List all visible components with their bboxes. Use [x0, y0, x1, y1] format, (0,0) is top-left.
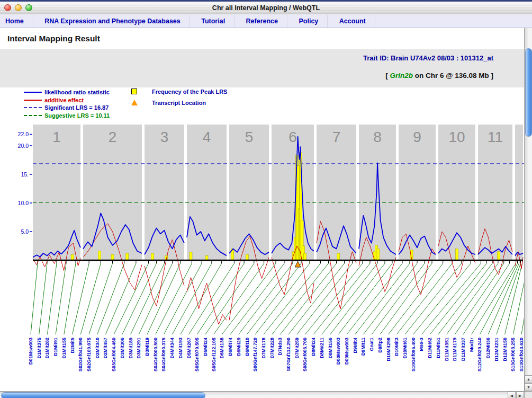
marker-label[interactable]: D7Nds3 — [277, 338, 283, 356]
marker-connector-line — [497, 263, 521, 334]
marker-label[interactable]: D1Mit155 — [61, 338, 67, 359]
peak-frequency-bar — [205, 255, 208, 260]
close-button[interactable] — [4, 4, 11, 11]
marker-label[interactable]: D10Mit298 — [386, 338, 391, 361]
marker-connector-line — [389, 263, 443, 334]
peak-frequency-bar — [498, 252, 500, 260]
scroll-up-icon[interactable]: ▲ — [525, 375, 532, 383]
marker-label[interactable]: S05Gnf079.505 — [194, 338, 200, 372]
marker-label[interactable]: D10Mit61 — [402, 338, 408, 359]
page-title: Interval Mapping Result — [7, 34, 100, 43]
marker-label[interactable]: D6Mit74 — [228, 338, 233, 356]
nav-home[interactable]: Home — [0, 15, 33, 28]
marker-label[interactable]: S08Gnf006.700 — [302, 338, 308, 372]
lrs-line-swatch — [24, 92, 42, 93]
marker-label[interactable]: D6Mit10 — [245, 338, 250, 356]
marker-label[interactable]: D7Mit228 — [269, 338, 275, 359]
marker-label[interactable]: D8Mit24 — [311, 338, 316, 356]
marker-connector-line — [164, 263, 202, 334]
marker-label[interactable]: D1Mit375 — [37, 338, 42, 359]
marker-label[interactable]: D6Mit29 — [236, 338, 241, 356]
marker-label[interactable]: D12Mit231 — [494, 338, 499, 361]
nav-tutorial[interactable]: Tutorial — [192, 15, 235, 28]
marker-label[interactable]: D2Mit457 — [103, 338, 108, 359]
nav-reference[interactable]: Reference — [237, 15, 287, 28]
zoom-button[interactable] — [25, 4, 32, 11]
marker-label[interactable]: S10Gnf095.400 — [411, 338, 416, 372]
marker-label[interactable]: D10Mit3 — [394, 338, 399, 356]
marker-label[interactable]: D2Mit340 — [95, 338, 100, 359]
vertical-scrollbar[interactable]: ▲ ▼ — [524, 28, 532, 391]
marker-label[interactable]: S04Gnf000.500 — [153, 338, 158, 372]
marker-label[interactable]: D9Mit11 — [360, 338, 366, 356]
marker-label[interactable]: D08Msw003 — [336, 338, 341, 365]
marker-label[interactable]: D9Rp2 — [377, 338, 383, 353]
marker-label[interactable]: D3Mit291 — [136, 338, 141, 359]
marker-label[interactable]: D2Mit5 — [70, 338, 75, 353]
marker-label[interactable]: D7Mit178 — [261, 338, 266, 359]
scrollbar-corner — [524, 391, 532, 398]
chromosome-band[interactable] — [515, 125, 523, 260]
marker-label[interactable]: S07Gnf112.290 — [286, 338, 291, 372]
marker-label[interactable]: S03Gnf004.460 — [111, 338, 116, 372]
marker-label[interactable]: D12Mit36 — [485, 338, 491, 359]
marker-label[interactable]: Mod1r — [469, 338, 474, 352]
marker-label[interactable]: D4Mit344 — [169, 338, 175, 359]
vertical-scroll-thumb[interactable] — [525, 48, 532, 137]
marker-label[interactable]: D7Mit259 — [294, 338, 300, 359]
title-bar[interactable]: Chr all Interval Mapping / WebQTL — [0, 2, 532, 14]
marker-label[interactable]: S13Gnf003.255 — [510, 338, 516, 372]
marker-label[interactable]: D12Mit150 — [502, 338, 508, 361]
marker-label[interactable]: S02Gnf100.075 — [86, 338, 92, 372]
scroll-right-icon[interactable]: ▶ — [516, 392, 524, 398]
marker-label[interactable]: D11Mit337 — [461, 338, 466, 361]
marker-label[interactable]: D01Msw003 — [28, 338, 33, 365]
marker-label[interactable]: D3Mit189 — [128, 338, 133, 359]
minimize-button[interactable] — [15, 4, 22, 11]
marker-label[interactable]: D5Mit24 — [203, 338, 208, 356]
nav-databases[interactable]: RNA Expression and Phenotype Databases — [35, 15, 190, 28]
marker-label[interactable]: S13Gnf043.620 — [519, 338, 524, 372]
marker-label[interactable]: S04Gnf090.375 — [161, 338, 166, 372]
marker-label[interactable]: S06Gnf147.720 — [253, 338, 258, 372]
gene-symbol[interactable]: Grin2b — [390, 72, 413, 79]
y-axis-label: 15. — [21, 171, 29, 178]
marker-label[interactable]: D1Mit282 — [44, 338, 50, 359]
scroll-left-icon[interactable]: ◀ — [508, 392, 516, 398]
marker-connector-line — [272, 263, 329, 334]
marker-label[interactable]: D11Mit51 — [436, 338, 441, 358]
marker-label[interactable]: D11Mit62 — [427, 338, 432, 358]
interval-mapping-plot[interactable]: 123456789101122.020.015.10.05.0D01Msw003… — [0, 86, 524, 391]
marker-label[interactable]: D8Mit156 — [328, 338, 333, 359]
horizontal-scroll-thumb[interactable] — [1, 392, 205, 398]
marker-label[interactable]: D9Mit4 — [353, 338, 358, 353]
marker-label[interactable]: D3Mit306 — [120, 338, 125, 359]
marker-label[interactable]: D3Mit19 — [145, 338, 150, 356]
peak-frequency-bar — [126, 253, 129, 260]
marker-label[interactable]: S05Gnf122.105 — [211, 338, 217, 372]
marker-label[interactable]: D4Mit193 — [178, 338, 183, 359]
marker-label[interactable]: D11Mit179 — [452, 338, 457, 361]
marker-connector-line — [322, 263, 377, 334]
marker-label[interactable]: D6Mit138 — [219, 338, 224, 359]
marker-label[interactable]: D11Mit351 — [444, 338, 449, 361]
marker-label[interactable]: D09Msw003 — [344, 338, 349, 365]
marker-label[interactable]: D8Mit211 — [319, 338, 324, 358]
locus-line: [ Grin2b on Chr 6 @ 136.08 Mb ] — [385, 72, 493, 79]
marker-connector-line — [463, 263, 510, 334]
horizontal-scrollbar[interactable]: ◀ ▶ — [0, 391, 524, 398]
marker-label[interactable]: D1Mit91 — [53, 338, 58, 356]
nav-policy[interactable]: Policy — [290, 15, 328, 28]
marker-label[interactable]: S12Gnf029.240 — [477, 338, 482, 372]
marker-label[interactable]: S02Gnf041.990 — [78, 338, 83, 372]
scroll-down-icon[interactable]: ▼ — [525, 383, 532, 391]
peak-frequency-bar — [304, 253, 306, 260]
chromosome-number: 6 — [288, 129, 297, 145]
marker-connector-line — [505, 263, 522, 334]
marker-label[interactable]: Gnat1 — [369, 338, 374, 351]
marker-label[interactable]: Ms6-3 — [419, 338, 424, 351]
marker-connector-line — [372, 263, 425, 334]
nav-account[interactable]: Account — [330, 15, 375, 28]
marker-label[interactable]: D5Mit267 — [186, 338, 192, 359]
marker-connector-line — [330, 263, 385, 334]
